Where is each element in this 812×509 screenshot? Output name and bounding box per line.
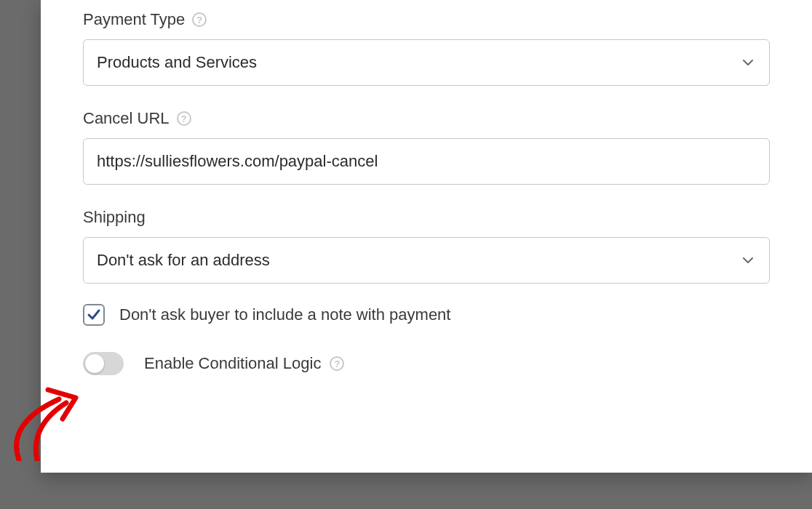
conditional-logic-row: Enable Conditional Logic ? — [83, 352, 770, 375]
shipping-select-wrap: Don't ask for an address — [83, 237, 770, 284]
shipping-value: Don't ask for an address — [97, 251, 270, 270]
shipping-select[interactable]: Don't ask for an address — [83, 237, 770, 284]
cancel-url-label: Cancel URL — [83, 109, 170, 128]
conditional-logic-label: Enable Conditional Logic — [144, 354, 321, 373]
payment-type-label: Payment Type — [83, 10, 185, 29]
payment-type-select-wrap: Products and Services — [83, 39, 770, 86]
note-checkbox[interactable] — [83, 304, 105, 326]
note-checkbox-label[interactable]: Don't ask buyer to include a note with p… — [119, 305, 450, 324]
help-icon[interactable]: ? — [330, 356, 344, 371]
help-icon[interactable]: ? — [192, 12, 207, 27]
shipping-label-row: Shipping — [83, 208, 770, 227]
shipping-field: Shipping Don't ask for an address — [83, 208, 770, 284]
conditional-logic-toggle[interactable] — [83, 352, 124, 375]
conditional-logic-label-wrap: Enable Conditional Logic ? — [144, 354, 344, 373]
cancel-url-field: Cancel URL ? — [83, 109, 770, 185]
payment-type-field: Payment Type ? Products and Services — [83, 10, 770, 86]
shipping-label: Shipping — [83, 208, 146, 227]
help-icon[interactable]: ? — [177, 111, 191, 126]
note-checkbox-row: Don't ask buyer to include a note with p… — [83, 304, 770, 326]
settings-panel: Payment Type ? Products and Services Can… — [41, 0, 812, 473]
toggle-knob — [85, 354, 104, 373]
payment-type-label-row: Payment Type ? — [83, 10, 770, 29]
cancel-url-label-row: Cancel URL ? — [83, 109, 770, 128]
payment-type-select[interactable]: Products and Services — [83, 39, 770, 86]
check-icon — [86, 307, 102, 323]
cancel-url-input[interactable] — [83, 138, 770, 185]
payment-type-value: Products and Services — [97, 53, 257, 72]
